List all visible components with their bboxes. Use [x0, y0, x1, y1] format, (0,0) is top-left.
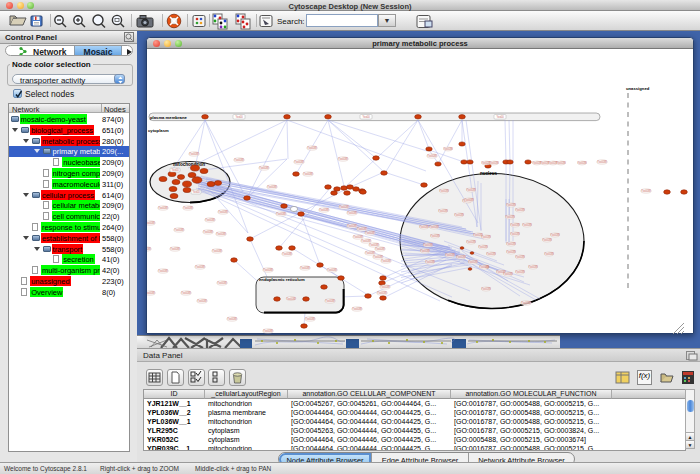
svg-text:Yxx00W: Yxx00W: [506, 203, 516, 207]
svg-text:Yxx00W: Yxx00W: [419, 225, 429, 229]
svg-text:Yxx00W: Yxx00W: [365, 231, 375, 235]
svg-text:Yxx00W: Yxx00W: [259, 166, 269, 170]
svg-text:Yxx00W: Yxx00W: [305, 317, 315, 321]
svg-text:Yxx00W: Yxx00W: [439, 189, 449, 193]
svg-text:Yxx00W: Yxx00W: [515, 208, 525, 212]
svg-text:Yxx00W: Yxx00W: [443, 147, 453, 151]
svg-text:Yxx00W: Yxx00W: [510, 232, 520, 236]
svg-text:Yxx00W: Yxx00W: [282, 252, 292, 256]
svg-text:Yxx00W: Yxx00W: [478, 245, 488, 249]
svg-text:Yxx00W: Yxx00W: [189, 152, 199, 156]
svg-text:Yxx00W: Yxx00W: [381, 259, 391, 263]
svg-text:Yxx00W: Yxx00W: [515, 270, 525, 274]
svg-text:Yxx00W: Yxx00W: [468, 260, 478, 264]
svg-text:Yxx00W: Yxx00W: [544, 252, 554, 256]
svg-text:unassigned: unassigned: [626, 86, 650, 91]
svg-text:Yxx00W: Yxx00W: [147, 291, 155, 295]
svg-text:Yxx00W: Yxx00W: [352, 307, 362, 311]
svg-text:Yxx00W: Yxx00W: [505, 215, 515, 219]
svg-text:Yxx00W: Yxx00W: [380, 285, 390, 289]
svg-text:Yxx00W: Yxx00W: [430, 234, 440, 238]
svg-text:Yxx00W: Yxx00W: [503, 272, 513, 276]
svg-text:plasma membrane: plasma membrane: [150, 115, 187, 120]
svg-text:Yxx00W: Yxx00W: [423, 243, 433, 247]
svg-text:Yxx00W: Yxx00W: [373, 255, 383, 259]
svg-text:Yxx00W: Yxx00W: [303, 172, 313, 176]
svg-text:Yxx00W: Yxx00W: [338, 157, 348, 161]
svg-text:Yxx00W: Yxx00W: [466, 188, 476, 192]
svg-text:Yxx00W: Yxx00W: [510, 223, 520, 227]
svg-text:Yxx00W: Yxx00W: [263, 268, 273, 272]
svg-text:Yxx00W: Yxx00W: [481, 287, 491, 291]
svg-text:Yxx00W: Yxx00W: [216, 232, 226, 236]
svg-text:Yxx00W: Yxx00W: [365, 251, 375, 255]
svg-text:cytoplasm: cytoplasm: [148, 128, 169, 133]
svg-text:Yxx00W: Yxx00W: [427, 154, 437, 158]
svg-text:Yxx00W: Yxx00W: [319, 208, 329, 212]
svg-text:Yxx00W: Yxx00W: [445, 253, 455, 257]
svg-text:Yxx00W: Yxx00W: [353, 235, 363, 239]
svg-text:Yxx00W: Yxx00W: [420, 249, 430, 253]
svg-text:Yxx00W: Yxx00W: [147, 221, 155, 225]
svg-text:nucleus: nucleus: [480, 171, 498, 176]
svg-text:Yxx00W: Yxx00W: [550, 233, 560, 237]
svg-text:Yxx00: Yxx00: [171, 168, 179, 172]
svg-text:Yxx00W: Yxx00W: [300, 266, 310, 270]
svg-text:Yxx00: Yxx00: [362, 115, 370, 119]
svg-text:Search:: Search:: [277, 17, 305, 26]
svg-text:Yxx00: Yxx00: [192, 190, 200, 194]
svg-text:Yxx00W: Yxx00W: [227, 317, 237, 321]
svg-text:Yxx00W: Yxx00W: [522, 223, 532, 227]
svg-text:Yxx00W: Yxx00W: [369, 243, 379, 247]
svg-text:Yxx00W: Yxx00W: [276, 212, 286, 216]
svg-text:Yxx00W: Yxx00W: [357, 227, 367, 231]
svg-text:Yxx00W: Yxx00W: [218, 210, 228, 214]
svg-text:Yxx00W: Yxx00W: [377, 291, 387, 295]
svg-text:Yxx00W: Yxx00W: [181, 291, 191, 295]
svg-text:Yxx00W: Yxx00W: [267, 185, 277, 189]
svg-text:Yxx00W: Yxx00W: [425, 260, 435, 264]
svg-text:Yxx00W: Yxx00W: [203, 230, 213, 234]
svg-text:Yxx00W: Yxx00W: [479, 265, 489, 269]
svg-text:Yxx00W: Yxx00W: [325, 299, 335, 303]
svg-text:Yxx00W: Yxx00W: [542, 238, 552, 242]
svg-text:Yxx00W: Yxx00W: [521, 301, 531, 305]
svg-text:Yxx00W: Yxx00W: [286, 297, 296, 301]
svg-text:Yxx00W: Yxx00W: [147, 247, 151, 251]
svg-text:Yxx00W: Yxx00W: [556, 161, 566, 165]
svg-text:Yxx00W: Yxx00W: [263, 329, 273, 333]
svg-text:Yxx00W: Yxx00W: [506, 250, 516, 254]
svg-text:Yxx00W: Yxx00W: [361, 239, 371, 243]
svg-text:Yxx00W: Yxx00W: [454, 213, 464, 217]
svg-text:Yxx00: Yxx00: [496, 115, 504, 119]
svg-text:Yxx00W: Yxx00W: [489, 161, 499, 165]
svg-text:Yxx00W: Yxx00W: [438, 209, 448, 213]
svg-text:Yxx00W: Yxx00W: [197, 299, 207, 303]
svg-text:Yxx00W: Yxx00W: [429, 225, 439, 229]
svg-text:Yxx00W: Yxx00W: [515, 255, 525, 259]
svg-text:Yxx00W: Yxx00W: [577, 161, 587, 165]
svg-text:Yxx00W: Yxx00W: [528, 265, 538, 269]
svg-text:Yxx00W: Yxx00W: [158, 206, 168, 210]
svg-text:Yxx00W: Yxx00W: [327, 268, 337, 272]
svg-text:Yxx00W: Yxx00W: [456, 255, 466, 259]
svg-text:Yxx00W: Yxx00W: [597, 160, 607, 164]
svg-text:Yxx00W: Yxx00W: [481, 235, 491, 239]
svg-text:Yxx00W: Yxx00W: [347, 224, 357, 228]
svg-text:Yxx00W: Yxx00W: [205, 218, 215, 222]
svg-text:endoplasmic reticulum: endoplasmic reticulum: [259, 277, 305, 282]
svg-text:Yxx00W: Yxx00W: [294, 160, 304, 164]
svg-text:Yxx00W: Yxx00W: [347, 211, 357, 215]
svg-text:Yxx00W: Yxx00W: [217, 281, 227, 285]
svg-text:Yxx00W: Yxx00W: [174, 228, 184, 232]
svg-text:Yxx00W: Yxx00W: [183, 206, 193, 210]
svg-text:Yxx00: Yxx00: [235, 115, 243, 119]
svg-text:Yxx00W: Yxx00W: [464, 198, 474, 202]
svg-text:Yxx00W: Yxx00W: [212, 249, 222, 253]
svg-text:Yxx00W: Yxx00W: [641, 189, 651, 193]
svg-text:Yxx00W: Yxx00W: [466, 240, 476, 244]
svg-text:Yxx00W: Yxx00W: [158, 269, 168, 273]
svg-text:Yxx00W: Yxx00W: [195, 265, 205, 269]
svg-text:Yxx00W: Yxx00W: [375, 247, 385, 251]
svg-text:Yxx00W: Yxx00W: [486, 252, 496, 256]
